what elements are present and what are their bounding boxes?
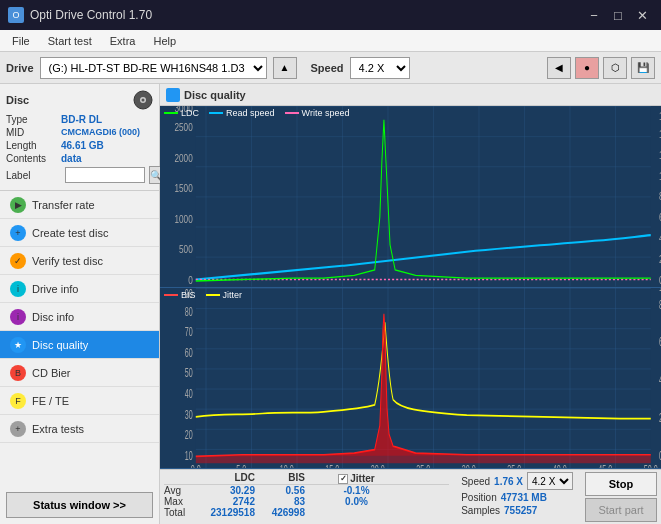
stats-section: LDC BIS ✓ Jitter Avg: [160, 469, 661, 524]
jitter-checkbox[interactable]: ✓: [338, 474, 348, 484]
minimize-button[interactable]: −: [583, 4, 605, 26]
sidebar-item-fe-te[interactable]: F FE / TE: [0, 387, 159, 415]
disc-quality-header-icon: [166, 88, 180, 102]
avg-bis: 0.56: [259, 485, 309, 496]
label-input[interactable]: [65, 167, 145, 183]
maximize-button[interactable]: □: [607, 4, 629, 26]
svg-text:40: 40: [185, 387, 193, 400]
sidebar-item-disc-info[interactable]: i Disc info: [0, 303, 159, 331]
sidebar-item-drive-info[interactable]: i Drive info: [0, 275, 159, 303]
sidebar-item-transfer-rate[interactable]: ▶ Transfer rate: [0, 191, 159, 219]
read-speed-legend: Read speed: [209, 108, 275, 118]
sidebar: Disc Type BD-R DL MID CMCMAGDI6 (000) Le…: [0, 84, 160, 524]
sidebar-nav: ▶ Transfer rate + Create test disc ✓ Ver…: [0, 191, 159, 486]
type-val: BD-R DL: [61, 114, 102, 125]
toolbar-btn-2[interactable]: ●: [575, 57, 599, 79]
menubar: File Start test Extra Help: [0, 30, 661, 52]
toolbar-btn-1[interactable]: ◀: [547, 57, 571, 79]
speed-select[interactable]: 4.2 X: [350, 57, 410, 79]
sidebar-item-disc-quality[interactable]: ★ Disc quality: [0, 331, 159, 359]
length-key: Length: [6, 140, 61, 151]
cd-bier-label: CD Bier: [32, 367, 71, 379]
contents-val: data: [61, 153, 82, 164]
toolbar-btn-4[interactable]: 💾: [631, 57, 655, 79]
svg-text:1500: 1500: [175, 182, 194, 195]
drive-select[interactable]: (G:) HL-DT-ST BD-RE WH16NS48 1.D3: [40, 57, 267, 79]
svg-text:45.0: 45.0: [598, 462, 612, 468]
svg-text:500: 500: [179, 243, 193, 256]
transfer-rate-icon: ▶: [10, 197, 26, 213]
svg-text:0: 0: [188, 273, 193, 286]
verify-test-label: Verify test disc: [32, 255, 103, 267]
disc-quality-title: Disc quality: [184, 89, 246, 101]
eject-button[interactable]: ▲: [273, 57, 297, 79]
length-val: 46.61 GB: [61, 140, 104, 151]
stop-button[interactable]: Stop: [585, 472, 657, 496]
sidebar-item-create-test-disc[interactable]: + Create test disc: [0, 219, 159, 247]
main-layout: Disc Type BD-R DL MID CMCMAGDI6 (000) Le…: [0, 84, 661, 524]
avg-jitter: -0.1%: [329, 485, 384, 496]
svg-text:10.0: 10.0: [280, 462, 294, 468]
disc-info-label: Disc info: [32, 311, 74, 323]
svg-text:60: 60: [185, 345, 193, 358]
label-key: Label: [6, 170, 61, 181]
svg-text:20.0: 20.0: [371, 462, 385, 468]
samples-val: 755257: [504, 505, 537, 516]
total-sep: [309, 507, 329, 518]
svg-point-2: [142, 99, 145, 102]
type-key: Type: [6, 114, 61, 125]
total-ldc: 23129518: [204, 507, 259, 518]
sidebar-item-verify-test-disc[interactable]: ✓ Verify test disc: [0, 247, 159, 275]
start-part-button[interactable]: Start part: [585, 498, 657, 522]
menu-start-test[interactable]: Start test: [40, 33, 100, 49]
speed-info-select[interactable]: 4.2 X: [527, 472, 573, 490]
max-jitter: 0.0%: [329, 496, 384, 507]
svg-text:2500: 2500: [175, 121, 194, 134]
extra-tests-icon: +: [10, 421, 26, 437]
svg-rect-33: [196, 288, 651, 469]
menu-extra[interactable]: Extra: [102, 33, 144, 49]
app-title: Opti Drive Control 1.70: [30, 8, 152, 22]
svg-text:15.0: 15.0: [325, 462, 339, 468]
svg-text:20: 20: [185, 428, 193, 441]
toolbar-btn-3[interactable]: ⬡: [603, 57, 627, 79]
svg-text:30: 30: [185, 407, 193, 420]
disc-title: Disc: [6, 94, 29, 106]
svg-text:10: 10: [185, 448, 193, 461]
max-bis: 83: [259, 496, 309, 507]
svg-text:50.0: 50.0: [644, 462, 658, 468]
sidebar-item-extra-tests[interactable]: + Extra tests: [0, 415, 159, 443]
avg-label: Avg: [164, 485, 204, 496]
close-button[interactable]: ✕: [631, 4, 653, 26]
samples-label: Samples: [461, 505, 500, 516]
sidebar-item-cd-bier[interactable]: B CD Bier: [0, 359, 159, 387]
speed-info-val: 1.76 X: [494, 476, 523, 487]
total-label: Total: [164, 507, 204, 518]
svg-text:25.0: 25.0: [416, 462, 430, 468]
write-speed-legend: Write speed: [285, 108, 350, 118]
speed-info-label: Speed: [461, 476, 490, 487]
disc-quality-label: Disc quality: [32, 339, 88, 351]
create-test-label: Create test disc: [32, 227, 108, 239]
bottom-chart: BIS Jitter: [160, 288, 661, 470]
menu-file[interactable]: File: [4, 33, 38, 49]
disc-info-icon: i: [10, 309, 26, 325]
contents-key: Contents: [6, 153, 61, 164]
drivebar: Drive (G:) HL-DT-ST BD-RE WH16NS48 1.D3 …: [0, 52, 661, 84]
bis-legend: BIS: [164, 290, 196, 300]
position-label: Position: [461, 492, 497, 503]
app-icon: O: [8, 7, 24, 23]
drive-info-icon: i: [10, 281, 26, 297]
svg-text:35.0: 35.0: [507, 462, 521, 468]
avg-sep: [309, 485, 329, 496]
svg-text:1000: 1000: [175, 212, 194, 225]
top-chart-svg: 0 500 1000 1500 2000 2500 3000 0 2X 4X 6…: [160, 106, 661, 287]
status-window-button[interactable]: Status window >>: [6, 492, 153, 518]
menu-help[interactable]: Help: [145, 33, 184, 49]
top-chart: LDC Read speed Write speed: [160, 106, 661, 288]
svg-text:40.0: 40.0: [553, 462, 567, 468]
max-sep: [309, 496, 329, 507]
total-jitter-empty: [329, 507, 384, 518]
svg-rect-4: [196, 106, 651, 287]
extra-tests-label: Extra tests: [32, 423, 84, 435]
